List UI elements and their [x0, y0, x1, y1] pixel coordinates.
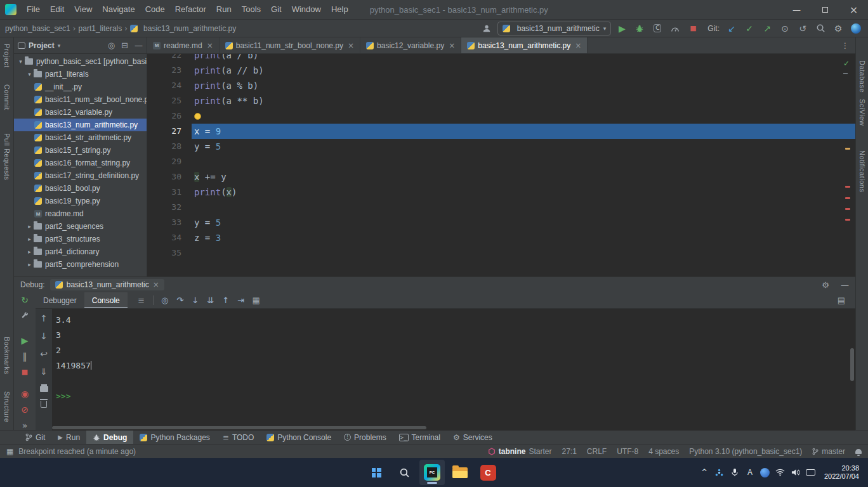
line-separator[interactable]: CRLF: [587, 447, 607, 456]
coverage-button[interactable]: C: [650, 22, 664, 36]
taskbar-search-button[interactable]: [391, 460, 417, 485]
rerun-button[interactable]: ↻: [19, 295, 30, 305]
chevron-expanded-icon[interactable]: ▾: [25, 71, 34, 77]
menu-edit[interactable]: Edit: [45, 0, 69, 19]
toolwindow-commit-button[interactable]: Commit: [3, 84, 11, 110]
run-button[interactable]: ▶: [615, 22, 629, 36]
project-tree-item[interactable]: ▸part4_dictionary: [14, 245, 147, 258]
toolwindow-structure-button[interactable]: Structure: [3, 391, 11, 422]
editor-tab[interactable]: basic11_num_str_bool_none.py×: [220, 37, 360, 53]
menu-run[interactable]: Run: [211, 0, 237, 19]
clear-console-icon[interactable]: [41, 401, 47, 408]
project-tree-item[interactable]: basic17_string_definition.py: [14, 169, 147, 182]
toolwindow-bookmarks-button[interactable]: Bookmarks: [3, 337, 11, 375]
toolwindow-todo-button[interactable]: ≡ TODO: [216, 431, 261, 444]
editor-line[interactable]: 27x = 9: [147, 124, 855, 139]
chevron-collapsed-icon[interactable]: ▸: [25, 249, 34, 255]
notifications-bell-icon[interactable]: [855, 449, 862, 454]
debug-session-tab[interactable]: basic13_num_arithmetic ×: [50, 279, 164, 290]
settings-gear-icon[interactable]: ⚙: [822, 280, 829, 290]
wifi-icon[interactable]: [773, 462, 787, 483]
chevron-expanded-icon[interactable]: ▾: [16, 58, 25, 65]
avatar-button[interactable]: [849, 22, 863, 36]
hide-panel-icon[interactable]: —: [135, 41, 143, 50]
menu-help[interactable]: Help: [326, 0, 353, 19]
close-button[interactable]: ×: [839, 1, 868, 19]
up-stack-icon[interactable]: ↑: [38, 313, 49, 324]
caret-position[interactable]: 27:1: [562, 447, 576, 456]
layout-settings-icon[interactable]: ▤: [834, 292, 849, 308]
view-as-table-icon[interactable]: ▦: [249, 292, 264, 308]
maximize-button[interactable]: [811, 1, 839, 19]
project-tree-item[interactable]: basic19_type.py: [14, 195, 147, 207]
tab-close-icon[interactable]: ×: [207, 41, 213, 50]
console-vertical-scrollbar[interactable]: [850, 348, 854, 381]
toolwindow-database-button[interactable]: Database: [858, 60, 866, 93]
show-execution-point-icon[interactable]: ◎: [157, 292, 173, 308]
breadcrumb-item[interactable]: python_basic_sec1: [5, 24, 70, 33]
menu-tools[interactable]: Tools: [237, 0, 266, 19]
chevron-collapsed-icon[interactable]: ▸: [25, 261, 34, 268]
rollback-button[interactable]: ↺: [796, 22, 810, 36]
view-breakpoints-button[interactable]: ◉: [19, 389, 30, 399]
toolwindow-debug-button[interactable]: Debug: [86, 431, 133, 444]
project-tree-root[interactable]: ▾ python_basic_sec1 [python_basic] D: [14, 55, 147, 68]
editor-tab[interactable]: basic12_variable.py×: [360, 37, 461, 53]
soft-wrap-icon[interactable]: ↩: [38, 348, 49, 360]
down-stack-icon[interactable]: ↓: [38, 330, 49, 342]
ime-indicator[interactable]: A: [743, 462, 757, 483]
editor-line[interactable]: 23print(a // b): [147, 63, 855, 78]
search-everywhere-button[interactable]: [813, 22, 827, 36]
project-tree-item[interactable]: basic12_variable.py: [14, 106, 147, 119]
project-tree-item[interactable]: basic14_str_arithmetic.py: [14, 131, 147, 144]
update-project-button[interactable]: ↙: [725, 22, 739, 36]
toolwindow-project-button[interactable]: Project: [3, 44, 11, 68]
editor-line[interactable]: 30x += y: [147, 169, 855, 185]
select-opened-file-icon[interactable]: ◎: [108, 41, 115, 50]
toolwindow-notifications-button[interactable]: Notifications: [858, 150, 866, 192]
editor-line[interactable]: 31print(x): [147, 185, 855, 200]
toolwindow-python-console-button[interactable]: Python Console: [260, 431, 338, 444]
project-tree-item[interactable]: basic16_format_string.py: [14, 157, 147, 169]
hide-panel-icon[interactable]: —: [841, 280, 849, 290]
menu-git[interactable]: Git: [266, 0, 287, 19]
microphone-icon[interactable]: [728, 462, 742, 483]
tab-options-icon[interactable]: ⋮: [835, 37, 855, 53]
force-step-into-icon[interactable]: ⇊: [203, 292, 218, 308]
editor-tab[interactable]: Mreadme.md×: [147, 37, 220, 53]
tab-close-icon[interactable]: ×: [348, 41, 354, 50]
project-tree-item[interactable]: ▸part5_comprehension: [14, 258, 147, 271]
toolwindow-python-packages-button[interactable]: Python Packages: [133, 431, 216, 444]
tabnine-widget[interactable]: tabnine Starter: [488, 447, 552, 456]
menu-navigate[interactable]: Navigate: [97, 0, 140, 19]
layout-menu-icon[interactable]: ≡: [134, 292, 149, 308]
chevron-collapsed-icon[interactable]: ▸: [25, 223, 34, 230]
pause-button[interactable]: ‖: [19, 351, 30, 361]
tab-close-icon[interactable]: ×: [153, 280, 159, 289]
menu-view[interactable]: View: [69, 0, 97, 19]
commit-button[interactable]: ✓: [742, 22, 756, 36]
code-editor[interactable]: 22print(a / b)23print(a // b)24print(a %…: [147, 54, 855, 276]
tab-close-icon[interactable]: ×: [449, 41, 455, 50]
toolwindow-services-button[interactable]: ⚙ Services: [447, 431, 499, 444]
project-tree-item[interactable]: basic18_bool.py: [14, 182, 147, 195]
inspections-ok-icon[interactable]: ✓: [843, 59, 850, 68]
more-actions-button[interactable]: »: [19, 420, 30, 431]
intention-bulb-icon[interactable]: [194, 113, 201, 120]
step-over-icon[interactable]: ↷: [173, 292, 188, 308]
print-icon[interactable]: [40, 386, 48, 392]
editor-line[interactable]: 25print(a ** b): [147, 93, 855, 108]
file-encoding[interactable]: UTF-8: [617, 447, 638, 456]
menu-refactor[interactable]: Refactor: [170, 0, 211, 19]
toolwindow-sciview-button[interactable]: SciView: [858, 99, 866, 126]
layout-grid-icon[interactable]: ▦: [6, 447, 13, 456]
status-message[interactable]: Breakpoint reached (a minute ago): [18, 447, 136, 456]
project-tree-item[interactable]: ▾part1_literals: [14, 68, 147, 81]
project-tree-item[interactable]: Mreadme.md: [14, 207, 147, 220]
toolwindow-run-button[interactable]: ▶ Run: [51, 431, 86, 444]
start-button[interactable]: [364, 460, 389, 485]
history-button[interactable]: ⊙: [778, 22, 792, 36]
toolwindow-terminal-button[interactable]: >_ Terminal: [393, 431, 447, 444]
taskbar-clock[interactable]: 20:38 2022/07/04: [819, 464, 864, 481]
menu-code[interactable]: Code: [140, 0, 170, 19]
